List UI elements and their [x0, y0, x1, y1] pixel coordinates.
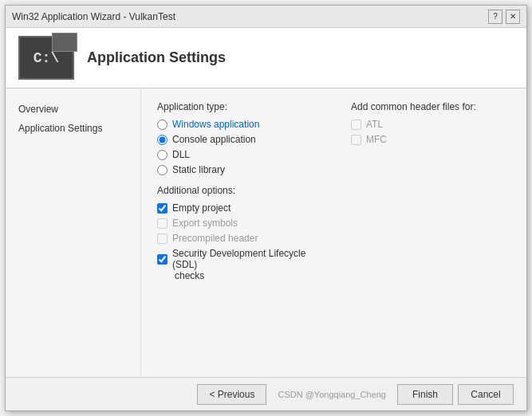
- sdl-label-line1: Security Development Lifecycle (SDL): [172, 248, 319, 270]
- checkbox-sdl-input[interactable]: [157, 254, 167, 265]
- title-bar: Win32 Application Wizard - VulkanTest ? …: [6, 6, 526, 28]
- page-title: Application Settings: [87, 49, 226, 66]
- previous-button[interactable]: < Previous: [197, 384, 266, 405]
- left-column: Application type: Windows application Co…: [157, 101, 319, 291]
- help-button[interactable]: ?: [488, 10, 502, 24]
- checkbox-atl: ATL: [351, 119, 510, 130]
- finish-button[interactable]: Finish: [397, 384, 453, 405]
- empty-project-label: Empty project: [172, 202, 231, 214]
- watermark: CSDN @Yongqiang_Cheng: [278, 390, 386, 399]
- window-body: C:\ Application Settings Overview Applic…: [6, 28, 526, 410]
- sdl-item: Security Development Lifecycle (SDL) che…: [157, 248, 319, 281]
- radio-static-label: Static library: [172, 164, 225, 175]
- atl-label: ATL: [366, 119, 383, 130]
- mfc-label: MFC: [366, 134, 387, 145]
- checkbox-mfc-input: [351, 135, 361, 145]
- app-type-radio-group: Windows application Console application …: [157, 119, 319, 175]
- title-bar-buttons: ? ✕: [488, 10, 520, 24]
- checkbox-export-symbols-input: [157, 218, 167, 229]
- radio-dll[interactable]: DLL: [157, 149, 319, 160]
- cancel-button[interactable]: Cancel: [458, 384, 514, 405]
- header-area: C:\ Application Settings: [6, 28, 526, 88]
- checkbox-export-symbols: Export symbols: [157, 218, 319, 229]
- radio-console[interactable]: Console application: [157, 134, 319, 145]
- checkbox-precompiled-input: [157, 234, 167, 244]
- main-content: Application type: Windows application Co…: [141, 88, 526, 377]
- header-files-group: ATL MFC: [351, 119, 510, 145]
- checkbox-mfc: MFC: [351, 134, 510, 145]
- sidebar: Overview Application Settings: [6, 88, 141, 377]
- additional-section: Additional options: Empty project Export…: [157, 185, 319, 281]
- radio-windows-input[interactable]: [157, 120, 167, 130]
- radio-console-label: Console application: [172, 134, 256, 145]
- export-symbols-label: Export symbols: [172, 218, 238, 229]
- radio-console-input[interactable]: [157, 135, 167, 145]
- checkbox-empty-project-input[interactable]: [157, 203, 167, 214]
- content-area: Overview Application Settings Applicatio…: [6, 88, 526, 377]
- header-icon: C:\: [18, 36, 74, 80]
- radio-static[interactable]: Static library: [157, 164, 319, 175]
- radio-dll-label: DLL: [172, 149, 190, 160]
- windows-app-link[interactable]: Windows application: [172, 119, 259, 130]
- close-button[interactable]: ✕: [506, 10, 520, 24]
- checkbox-atl-input: [351, 120, 361, 130]
- checkbox-sdl[interactable]: Security Development Lifecycle (SDL): [157, 248, 319, 270]
- radio-windows[interactable]: Windows application: [157, 119, 319, 130]
- radio-dll-input[interactable]: [157, 150, 167, 160]
- window-title: Win32 Application Wizard - VulkanTest: [12, 11, 175, 22]
- app-type-label: Application type:: [157, 101, 319, 112]
- checkbox-empty-project[interactable]: Empty project: [157, 202, 319, 214]
- additional-label: Additional options:: [157, 185, 319, 196]
- header-files-label: Add common header files for:: [351, 101, 510, 112]
- additional-options-group: Empty project Export symbols Precompiled…: [157, 202, 319, 281]
- header-icon-text: C:\: [20, 37, 73, 78]
- sidebar-item-overview[interactable]: Overview: [15, 101, 131, 117]
- checkbox-precompiled: Precompiled header: [157, 233, 319, 244]
- main-window: Win32 Application Wizard - VulkanTest ? …: [5, 5, 527, 411]
- section-columns: Application type: Windows application Co…: [157, 101, 510, 291]
- precompiled-label: Precompiled header: [172, 233, 258, 244]
- right-column: Add common header files for: ATL MFC: [351, 101, 510, 291]
- bottom-bar: < Previous CSDN @Yongqiang_Cheng Finish …: [6, 377, 526, 410]
- radio-static-input[interactable]: [157, 165, 167, 175]
- sidebar-item-appsettings[interactable]: Application Settings: [15, 120, 131, 136]
- sdl-label-line2: checks: [175, 270, 319, 281]
